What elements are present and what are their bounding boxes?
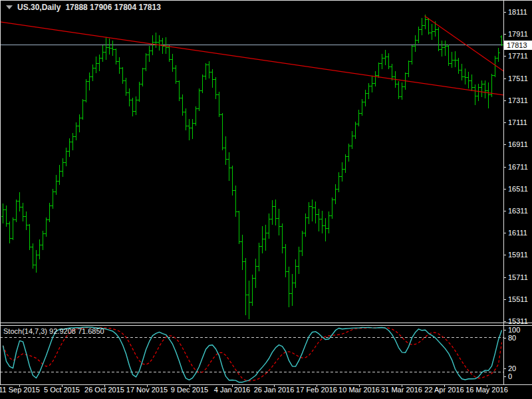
- price-axis-label: 17711: [508, 52, 528, 60]
- time-axis-tick: [232, 384, 233, 387]
- time-axis-separator: [0, 384, 532, 385]
- time-axis-tick: [444, 384, 445, 387]
- price-axis-label: 17311: [508, 96, 528, 104]
- price-axis-tick: [503, 211, 506, 211]
- price-axis-tick: [503, 122, 506, 123]
- indicator-name: Stoch(14,7,3): [3, 327, 47, 335]
- time-axis-tick: [359, 384, 360, 387]
- price-axis-tick: [503, 277, 506, 278]
- indicator-label: Stoch(14,7,3) 92.9208 71.6850: [3, 327, 104, 335]
- stoch-axis-label: 80: [508, 334, 516, 342]
- frame-left: [0, 0, 1, 384]
- price-axis-label: 15511: [508, 295, 528, 303]
- price-axis-label: 15911: [508, 251, 528, 259]
- current-price-badge: 17813: [504, 41, 532, 50]
- time-axis-tick: [190, 384, 190, 387]
- price-axis-label: 17111: [508, 118, 527, 126]
- stoch-axis-tick: [503, 330, 506, 331]
- chart-window: US.30,Daily 17888 17906 17804 17813 Stoc…: [0, 0, 532, 399]
- time-axis-tick: [147, 384, 148, 387]
- time-axis-tick: [104, 384, 105, 387]
- time-axis-tick: [19, 384, 20, 387]
- price-axis-label: 16111: [508, 229, 527, 237]
- trendline-2[interactable]: [425, 16, 504, 71]
- stoch-axis-label: 0: [508, 372, 512, 380]
- ohlc-bars: [1, 15, 503, 319]
- chart-header: US.30,Daily 17888 17906 17804 17813: [6, 3, 161, 12]
- price-axis-label: 15711: [508, 273, 528, 281]
- price-axis-tick: [503, 233, 506, 233]
- time-axis-tick: [317, 384, 317, 387]
- stoch-axis-label: 100: [508, 326, 520, 334]
- price-axis-tick: [503, 255, 506, 255]
- time-axis-tick: [274, 384, 275, 387]
- stoch-signal-line: [3, 327, 502, 380]
- stoch-axis-tick: [503, 338, 506, 338]
- stoch-axis-label: 20: [508, 364, 516, 372]
- price-axis-tick: [503, 189, 506, 190]
- time-axis-tick: [402, 384, 402, 387]
- price-axis-label: 16711: [508, 163, 528, 171]
- panel-divider-top[interactable]: [0, 323, 532, 323]
- price-axis-label: 15311: [508, 317, 528, 325]
- price-chart-canvas[interactable]: [0, 0, 503, 323]
- price-axis-separator: [503, 0, 504, 384]
- stoch-axis-tick: [503, 368, 506, 369]
- price-chart[interactable]: [0, 0, 503, 323]
- price-axis-tick: [503, 144, 506, 145]
- price-axis-tick: [503, 56, 506, 57]
- symbol-marker-icon: [6, 5, 13, 9]
- price-axis-tick: [503, 34, 506, 35]
- price-axis-tick: [503, 321, 506, 322]
- indicator-signal-value: 71.6850: [78, 327, 104, 335]
- price-axis-label: 18111: [508, 8, 527, 16]
- price-axis-label: 16511: [508, 185, 528, 193]
- chart-title: US.30,Daily: [17, 3, 61, 12]
- chart-ohlc-values: 17888 17906 17804 17813: [65, 3, 160, 12]
- price-axis-tick: [503, 167, 506, 168]
- stoch-axis-tick: [503, 376, 506, 377]
- price-axis-tick: [503, 299, 506, 300]
- panel-divider-bottom[interactable]: [0, 325, 532, 326]
- indicator-main-value: 92.9208: [49, 327, 76, 335]
- time-axis-tick: [62, 384, 63, 387]
- price-axis-tick: [503, 12, 506, 13]
- price-axis-tick: [503, 78, 506, 79]
- price-axis-label: 17511: [508, 74, 528, 82]
- price-axis-label: 16311: [508, 207, 528, 215]
- price-axis-label: 17911: [508, 30, 528, 38]
- trendline-1[interactable]: [0, 22, 503, 95]
- time-axis-tick: [487, 384, 487, 387]
- frame-top: [0, 0, 532, 1]
- price-axis-label: 16911: [508, 140, 528, 148]
- price-axis-tick: [503, 100, 506, 101]
